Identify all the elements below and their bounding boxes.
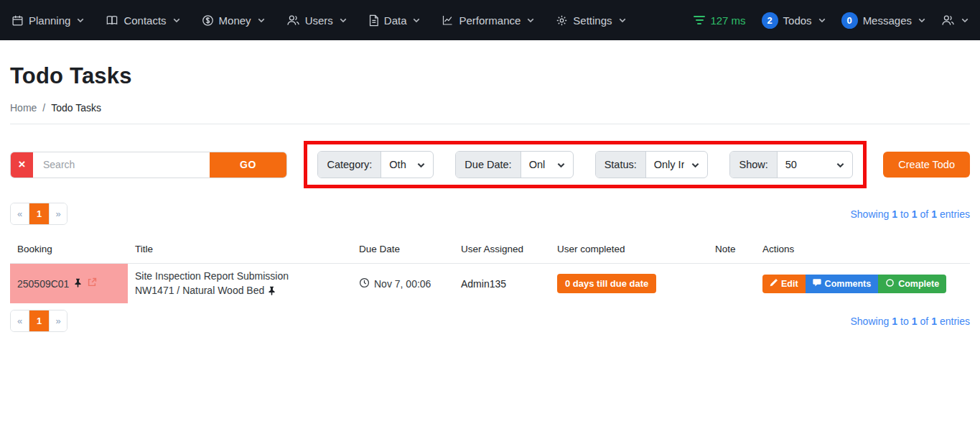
- col-header-user-completed: User completed: [550, 236, 708, 264]
- divider: [10, 124, 970, 124]
- todos-label: Todos: [783, 14, 812, 27]
- pagination-page-1-button[interactable]: 1: [29, 203, 49, 224]
- pagination-top: « 1 »: [10, 203, 67, 225]
- top-navbar: Planning Contacts Money Users Data Perfo…: [0, 0, 980, 40]
- nav-item-messages[interactable]: 0 Messages: [841, 12, 925, 29]
- table-header-row: Booking Title Due Date User Assigned Use…: [10, 236, 970, 264]
- messages-label: Messages: [863, 14, 912, 27]
- chevron-down-icon: [258, 18, 265, 23]
- latency-indicator: 127 ms: [694, 14, 745, 27]
- chevron-down-icon: [173, 18, 180, 23]
- edit-button[interactable]: Edit: [762, 275, 806, 293]
- top-list-controls: « 1 » Showing1to1of1entries: [10, 203, 970, 225]
- latency-bars-icon: [694, 16, 705, 25]
- status-select[interactable]: Only Ir: [646, 152, 708, 178]
- complete-button[interactable]: Complete: [878, 275, 946, 293]
- pagination-prev-button[interactable]: «: [11, 203, 29, 224]
- todos-count-badge: 2: [762, 12, 778, 29]
- nav-item-todos[interactable]: 2 Todos: [762, 12, 826, 29]
- nav-item-data[interactable]: Data: [368, 14, 421, 27]
- status-filter-label: Status:: [596, 152, 646, 178]
- category-filter: Category: Oth: [317, 151, 434, 178]
- title-cell: Site Inspection Report Submission NW1471…: [128, 264, 352, 304]
- show-filter-label: Show:: [730, 152, 777, 178]
- clear-search-button[interactable]: ×: [11, 152, 33, 178]
- nav-item-label: Users: [305, 14, 333, 27]
- messages-count-badge: 0: [841, 12, 858, 29]
- nav-item-contacts[interactable]: Contacts: [106, 14, 179, 27]
- pin-icon: [267, 285, 276, 296]
- due-date-select[interactable]: Onl: [521, 152, 573, 178]
- book-icon: [106, 14, 118, 26]
- account-menu[interactable]: [941, 14, 969, 26]
- note-cell: [708, 264, 755, 304]
- circle-icon: [885, 278, 895, 290]
- show-select[interactable]: 50: [778, 152, 852, 178]
- navbar-right: 127 ms 2 Todos 0 Messages: [694, 12, 969, 29]
- due-date-value: Nov 7, 00:06: [374, 278, 431, 290]
- pin-icon: [73, 278, 83, 290]
- gear-icon: [556, 14, 568, 27]
- days-till-due-badge: 0 days till due date: [557, 274, 656, 293]
- nav-item-label: Data: [384, 14, 407, 27]
- col-header-due-date: Due Date: [352, 236, 454, 264]
- todo-table: Booking Title Due Date User Assigned Use…: [10, 236, 970, 303]
- nav-item-label: Settings: [573, 14, 612, 27]
- chevron-down-icon: [77, 18, 84, 23]
- show-filter: Show: 50: [729, 151, 852, 178]
- status-filter: Status: Only Ir: [595, 151, 709, 178]
- nav-item-performance[interactable]: Performance: [442, 14, 534, 27]
- comments-button[interactable]: Comments: [806, 275, 879, 293]
- create-todo-button[interactable]: Create Todo: [883, 152, 970, 178]
- pagination-next-button[interactable]: »: [49, 203, 67, 224]
- chevron-down-icon: [818, 18, 826, 23]
- dollar-circle-icon: [202, 14, 214, 27]
- breadcrumb: Home / Todo Tasks: [10, 102, 970, 114]
- table-row: 250509C01 Site Inspection Report Submiss…: [10, 264, 970, 304]
- filters-highlight-annotation: Category: Oth Due Date: Onl Status: Only…: [304, 141, 866, 188]
- todo-title-line2: NW1471 / Natural Wood Bed: [135, 285, 264, 296]
- col-header-note: Note: [708, 236, 755, 264]
- nav-item-users[interactable]: Users: [286, 14, 347, 27]
- booking-cell: 250509C01: [10, 264, 128, 304]
- breadcrumb-current: Todo Tasks: [51, 102, 101, 114]
- nav-item-settings[interactable]: Settings: [556, 14, 625, 27]
- user-assigned-cell: Admin135: [454, 264, 550, 304]
- search-group: × GO: [10, 152, 287, 178]
- external-link-icon[interactable]: [87, 277, 97, 290]
- chevron-down-icon: [961, 18, 969, 23]
- bottom-list-controls: « 1 » Showing1to1of1entries: [10, 310, 970, 332]
- due-date-filter: Due Date: Onl: [455, 151, 573, 178]
- clock-icon: [359, 277, 370, 290]
- chevron-down-icon: [918, 18, 925, 23]
- pagination-next-button[interactable]: »: [49, 310, 67, 331]
- actions-cell: Edit Comments Complete: [755, 264, 970, 304]
- todo-title-line1: Site Inspection Report Submission: [135, 270, 345, 284]
- col-header-title: Title: [128, 236, 352, 264]
- pagination-bottom: « 1 »: [10, 310, 67, 332]
- col-header-actions: Actions: [755, 236, 970, 264]
- nav-item-planning[interactable]: Planning: [11, 14, 84, 27]
- file-icon: [368, 14, 379, 27]
- nav-item-money[interactable]: Money: [202, 14, 265, 27]
- due-date-filter-label: Due Date:: [456, 152, 521, 178]
- chart-icon: [442, 14, 454, 26]
- chevron-down-icon: [340, 18, 347, 23]
- search-go-button[interactable]: GO: [210, 152, 286, 178]
- chevron-down-icon: [691, 159, 699, 170]
- chevron-down-icon: [417, 159, 425, 170]
- users-icon: [941, 14, 955, 26]
- toolbar: × GO Category: Oth Due Date: Onl Status: [10, 141, 970, 188]
- search-input[interactable]: [33, 152, 210, 178]
- speech-bubble-icon: [813, 278, 821, 289]
- calendar-icon: [11, 14, 24, 27]
- nav-item-label: Money: [219, 14, 251, 27]
- pagination-page-1-button[interactable]: 1: [29, 310, 49, 331]
- booking-code: 250509C01: [17, 278, 69, 290]
- pagination-prev-button[interactable]: «: [11, 310, 29, 331]
- category-select[interactable]: Oth: [381, 152, 433, 178]
- category-filter-label: Category:: [318, 152, 381, 178]
- due-date-cell: Nov 7, 00:06: [352, 264, 454, 304]
- breadcrumb-home-link[interactable]: Home: [10, 102, 37, 114]
- nav-item-label: Planning: [29, 14, 70, 27]
